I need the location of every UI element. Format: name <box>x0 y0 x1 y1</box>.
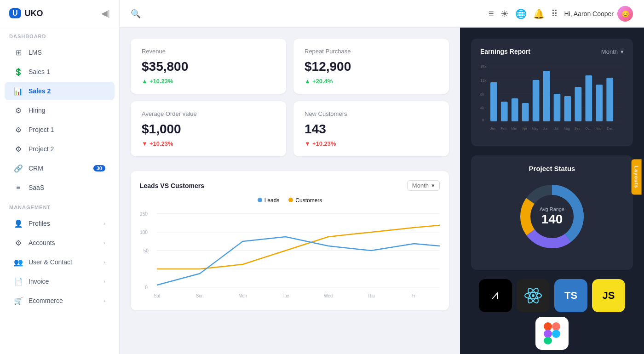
chevron-icon: › <box>104 298 105 303</box>
svg-text:50: 50 <box>143 248 148 253</box>
user-greeting: Hi, Aaron Cooper <box>564 10 614 17</box>
accounts-icon: ⚙ <box>14 238 23 247</box>
sidebar-item-label: Sales 2 <box>29 87 51 95</box>
svg-text:Mar: Mar <box>511 126 517 131</box>
leads-legend: Leads <box>258 197 280 204</box>
svg-text:Apr: Apr <box>522 126 528 131</box>
svg-rect-31 <box>543 71 550 121</box>
logo: U UKO <box>9 8 43 18</box>
sidebar-item-ecommerce[interactable]: 🛒 Ecommerce › <box>5 291 115 310</box>
sidebar-item-hiring[interactable]: ⚙ Hiring <box>5 101 115 120</box>
svg-rect-29 <box>522 103 529 121</box>
earnings-period-selector[interactable]: Month ▾ <box>601 48 624 55</box>
period-selector[interactable]: Month ▾ <box>407 180 440 191</box>
sidebar-item-crm[interactable]: 🔗 CRM 30 <box>5 159 115 177</box>
svg-rect-37 <box>606 78 613 121</box>
sales2-icon: 📊 <box>14 86 23 96</box>
sidebar-item-label: LMS <box>29 49 42 56</box>
stat-change: ▼ +10.23% <box>142 140 275 147</box>
donut-label: Avg Range 140 <box>540 206 564 227</box>
stat-change: ▲ +20.4% <box>305 78 438 85</box>
project-status-title: Project Status <box>480 165 624 172</box>
svg-rect-28 <box>512 98 518 121</box>
svg-text:Sep: Sep <box>575 126 581 131</box>
sidebar-item-label: Ecommerce <box>29 297 63 304</box>
svg-text:Aug: Aug <box>564 126 570 131</box>
search-icon: 🔍 <box>131 9 141 19</box>
stat-value: $35,800 <box>142 59 275 74</box>
stat-card-repeat: Repeat Purchase $12,900 ▲ +20.4% <box>293 39 449 94</box>
leads-card-header: Leads VS Customers Month ▾ <box>140 180 440 191</box>
sidebar-logo: U UKO ◀| <box>0 0 119 26</box>
sidebar-item-lms[interactable]: ⊞ LMS <box>5 43 115 62</box>
profiles-icon: 👤 <box>14 219 23 228</box>
stat-label: Average Order value <box>142 110 275 117</box>
svg-rect-59 <box>544 322 552 331</box>
sidebar-item-label: User & Contact <box>29 258 72 266</box>
lms-icon: ⊞ <box>14 48 23 57</box>
invoice-icon: 📄 <box>14 277 23 286</box>
svg-text:May: May <box>532 126 538 131</box>
logo-name: UKO <box>25 9 43 18</box>
layouts-tab[interactable]: Layouts <box>631 159 641 194</box>
sidebar-item-saas[interactable]: ≡ SaaS <box>5 178 115 197</box>
stat-change: ▲ +10.23% <box>142 78 275 85</box>
svg-rect-27 <box>501 102 508 121</box>
sidebar-item-accounts[interactable]: ⚙ Accounts › <box>5 234 115 252</box>
svg-rect-26 <box>490 82 497 121</box>
sidebar-item-sales1[interactable]: 💲 Sales 1 <box>5 63 115 81</box>
chevron-down-icon: ▾ <box>431 182 435 189</box>
donut-avg-value: 140 <box>540 212 564 227</box>
svg-rect-61 <box>544 330 552 338</box>
topbar: 🔍 ≡ ☀ 🌐 🔔 ⠿ Hi, Aaron Cooper 😊 <box>120 0 644 28</box>
stat-label: Repeat Purchase <box>305 48 438 55</box>
theme-icon[interactable]: ☀ <box>500 8 509 19</box>
chevron-icon: › <box>104 259 105 265</box>
svg-text:Feb: Feb <box>500 126 506 131</box>
stat-label: New Customers <box>305 110 438 117</box>
project-status-card: Project Status Avg Range 140 <box>471 155 633 270</box>
sidebar-item-label: Profiles <box>29 220 50 227</box>
donut-avg-label: Avg Range <box>540 206 564 212</box>
collapse-button[interactable]: ◀| <box>101 8 110 18</box>
sidebar-item-invoice[interactable]: 📄 Invoice › <box>5 272 115 291</box>
stat-card-avg-order: Average Order value $1,000 ▼ +10.23% <box>131 101 286 156</box>
arrow-down-icon: ▼ <box>142 140 148 147</box>
typescript-logo: TS <box>554 279 587 312</box>
svg-text:Thu: Thu <box>368 293 375 298</box>
stat-value: $12,900 <box>305 59 438 74</box>
svg-text:11k: 11k <box>480 78 487 83</box>
user-info[interactable]: Hi, Aaron Cooper 😊 <box>564 6 633 22</box>
sidebar: U UKO ◀| DASHBOARD ⊞ LMS 💲 Sales 1 📊 Sal… <box>0 0 120 354</box>
hiring-icon: ⚙ <box>14 106 23 115</box>
svg-text:0: 0 <box>145 285 148 290</box>
chevron-down-icon: ▾ <box>621 48 624 55</box>
project2-icon: ⚙ <box>14 144 23 154</box>
svg-text:100: 100 <box>140 229 148 235</box>
arrow-down-icon: ▼ <box>305 140 310 147</box>
apps-icon[interactable]: ⠿ <box>551 8 558 19</box>
leads-card-title: Leads VS Customers <box>140 182 204 189</box>
management-section-title: MANAGEMENT <box>0 197 119 214</box>
language-icon[interactable]: 🌐 <box>515 8 527 19</box>
react-logo <box>517 279 550 312</box>
svg-rect-32 <box>554 94 561 121</box>
crm-icon: 🔗 <box>14 164 23 173</box>
stat-change: ▼ +10.23% <box>305 140 438 147</box>
svg-text:Nov: Nov <box>595 126 601 131</box>
menu-icon[interactable]: ≡ <box>489 8 494 19</box>
svg-rect-33 <box>564 96 571 121</box>
sidebar-item-profiles[interactable]: 👤 Profiles › <box>5 214 115 233</box>
arrow-up-icon: ▲ <box>305 78 310 85</box>
notification-icon[interactable]: 🔔 <box>533 8 545 19</box>
sidebar-item-project2[interactable]: ⚙ Project 2 <box>5 140 115 158</box>
search-box[interactable]: 🔍 <box>131 9 483 19</box>
sidebar-item-sales2[interactable]: 📊 Sales 2 <box>5 82 115 100</box>
sidebar-item-user-contact[interactable]: 👥 User & Contact › <box>5 253 115 271</box>
svg-point-58 <box>532 294 535 297</box>
donut-chart: Avg Range 140 <box>515 180 589 253</box>
sidebar-item-project1[interactable]: ⚙ Project 1 <box>5 120 115 139</box>
svg-text:Dec: Dec <box>607 126 613 131</box>
logo-mark: U <box>9 8 21 18</box>
stat-card-revenue: Revenue $35,800 ▲ +10.23% <box>131 39 286 94</box>
